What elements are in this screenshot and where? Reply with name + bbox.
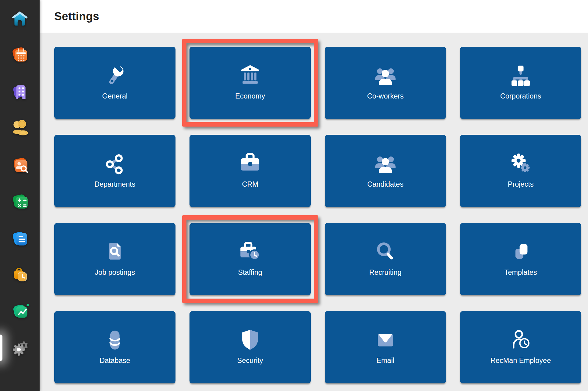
tile-database[interactable]: Database	[54, 311, 175, 383]
tile-label: Departments	[94, 180, 136, 188]
bank-icon	[237, 63, 263, 89]
tile-projects[interactable]: Projects	[460, 135, 581, 207]
tile-label: Security	[237, 357, 263, 365]
tile-label: Database	[100, 357, 130, 365]
sitemap-icon	[508, 63, 534, 89]
tile-email[interactable]: Email	[325, 311, 446, 383]
sidebar-item-home[interactable]	[0, 0, 40, 37]
page-title: Settings	[54, 10, 99, 23]
tile-label: Job postings	[95, 268, 135, 277]
page-header: Settings	[40, 0, 588, 33]
share-nodes-icon	[102, 151, 128, 177]
tile-economy[interactable]: Economy	[190, 47, 311, 119]
notes-icon	[11, 229, 29, 247]
settings-grid: General Economy Co-workers Corporations …	[54, 47, 581, 383]
sidebar-item-finance[interactable]	[0, 110, 40, 146]
tile-label: Recruiting	[369, 268, 402, 277]
tile-label: CRM	[242, 180, 258, 188]
tile-templates[interactable]: Templates	[460, 223, 581, 295]
sidebar-item-calendar[interactable]	[0, 37, 40, 73]
people-group-icon	[372, 63, 398, 89]
bag-clock-icon	[11, 266, 29, 283]
tile-recruiting[interactable]: Recruiting	[325, 223, 446, 295]
calendar-icon	[11, 46, 29, 64]
briefcase-clock-icon	[237, 239, 263, 265]
tile-label: Co-workers	[367, 92, 404, 100]
tile-label: Email	[377, 357, 395, 365]
tile-crm[interactable]: CRM	[190, 135, 311, 207]
tile-corporations[interactable]: Corporations	[460, 47, 581, 119]
tile-recman-employee[interactable]: RecMan Employee	[460, 311, 581, 383]
magnifier-icon	[372, 239, 398, 265]
person-clock-icon	[508, 327, 534, 353]
people-group-icon	[372, 151, 398, 177]
sidebar-item-documents[interactable]	[0, 220, 40, 256]
calculator-icon	[11, 192, 29, 210]
coins-icon	[11, 119, 29, 137]
tile-co-workers[interactable]: Co-workers	[325, 47, 446, 119]
database-icon	[102, 327, 128, 353]
briefcase-icon	[237, 151, 263, 177]
tile-candidates[interactable]: Candidates	[325, 135, 446, 207]
tile-label: Economy	[235, 92, 265, 100]
tile-job-postings[interactable]: Job postings	[54, 223, 175, 295]
doc-search-icon	[102, 239, 128, 265]
tile-label: Projects	[508, 180, 534, 188]
sidebar-item-candidate-search[interactable]	[0, 146, 40, 183]
tile-label: Corporations	[500, 92, 541, 100]
shield-icon	[237, 327, 263, 353]
tile-label: Candidates	[367, 180, 404, 188]
sidebar-item-settings[interactable]	[0, 329, 40, 366]
wrench-icon	[102, 63, 128, 89]
tile-general[interactable]: General	[54, 47, 175, 119]
gears-icon	[508, 151, 534, 177]
tile-security[interactable]: Security	[190, 311, 311, 383]
sidebar-item-company[interactable]	[0, 73, 40, 110]
tile-staffing[interactable]: Staffing	[190, 223, 311, 295]
tile-label: RecMan Employee	[491, 357, 551, 365]
person-search-icon	[11, 156, 29, 174]
sidebar-item-statistics[interactable]	[0, 293, 40, 329]
tile-label: Templates	[504, 268, 537, 277]
settings-content: General Economy Co-workers Corporations …	[40, 33, 588, 391]
sidebar-item-calculator[interactable]	[0, 183, 40, 220]
app-sidebar	[0, 0, 40, 391]
building-icon	[11, 83, 29, 100]
tile-departments[interactable]: Departments	[54, 135, 175, 207]
envelope-icon	[372, 327, 398, 353]
layers-icon	[508, 239, 534, 265]
sidebar-item-time[interactable]	[0, 256, 40, 293]
stats-icon	[11, 302, 29, 320]
home-icon	[11, 9, 29, 27]
gear-icon	[11, 339, 29, 357]
tile-label: Staffing	[238, 268, 262, 277]
tile-label: General	[102, 92, 128, 100]
